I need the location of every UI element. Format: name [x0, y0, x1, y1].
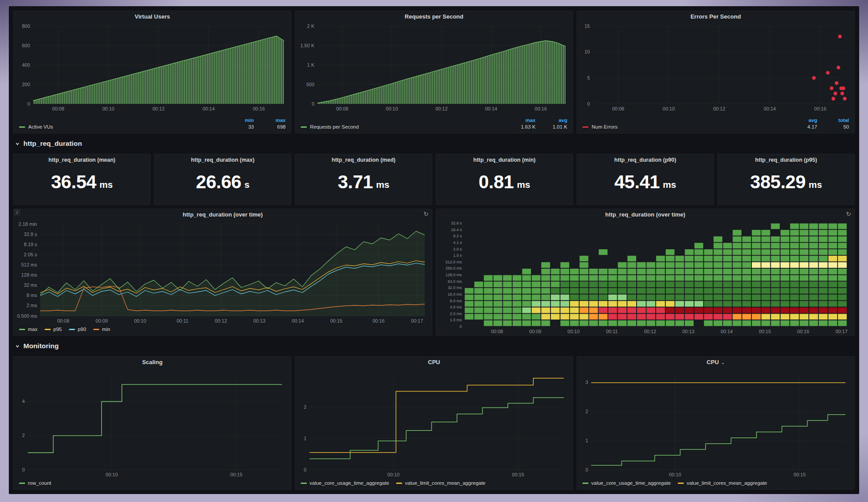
cpu-1-chart[interactable]: 01200:1000:15	[296, 368, 570, 479]
stat-value: 45.41 ms	[577, 166, 713, 205]
stat-panel-title[interactable]: http_req_duration (med)	[295, 154, 432, 166]
stat-panel-title[interactable]: http_req_duration (min)	[436, 154, 573, 166]
svg-text:128.0 ms: 128.0 ms	[445, 273, 462, 277]
svg-text:00:13: 00:13	[253, 318, 266, 323]
stat-panel-title[interactable]: http_req_duration (max)	[155, 154, 291, 166]
duration-heatmap-chart[interactable]: 32.8 s16.4 s8.2 s4.1 s2.0 s1.0 s512.0 ms…	[437, 221, 852, 335]
legend-item[interactable]: value_limit_cores_mean_aggregate	[678, 480, 767, 486]
stat-unit: ms	[376, 174, 389, 190]
legend-col-header: avg	[789, 118, 817, 123]
stat-panel: http_req_duration (p90) 45.41 ms	[577, 154, 714, 205]
legend-col-header: min	[226, 118, 254, 123]
panel-title-duration-lines[interactable]: http_req_duration (over time)	[14, 209, 432, 221]
svg-text:00:16: 00:16	[535, 106, 547, 111]
stat-value: 385.29 ms	[718, 166, 854, 205]
duration-lines-legend: max p95 p90 min	[14, 325, 432, 335]
svg-text:256.0 ms: 256.0 ms	[445, 266, 462, 270]
cpu-2-chart[interactable]: 012300:1000:15	[578, 368, 852, 479]
legend-series-num-errors[interactable]: Num Errors	[582, 124, 789, 129]
requests-legend: max avg Requests per Second 1.63 K 1.01 …	[295, 113, 573, 133]
stat-panel-title[interactable]: http_req_duration (mean)	[14, 154, 150, 166]
panel-title-requests[interactable]: Requests per Second	[295, 11, 573, 23]
legend-item[interactable]: value_core_usage_time_aggregate	[301, 480, 389, 486]
legend-item-label: p95	[53, 327, 62, 332]
chevron-down-icon	[15, 344, 20, 349]
series-swatch	[301, 126, 307, 128]
legend-item[interactable]: p95	[45, 327, 62, 332]
svg-text:512 ms: 512 ms	[21, 262, 38, 267]
legend-value-avg: 1.01 K	[536, 124, 567, 129]
panel-title-errors[interactable]: Errors Per Second	[577, 11, 854, 23]
series-swatch	[69, 329, 75, 330]
legend-series-label: Num Errors	[592, 124, 618, 129]
stat-panel-title[interactable]: http_req_duration (p90)	[577, 154, 713, 166]
svg-text:00:14: 00:14	[764, 106, 776, 111]
svg-text:1.0 ms: 1.0 ms	[450, 318, 462, 322]
row-header-http-req-duration[interactable]: http_req_duration	[13, 137, 855, 150]
svg-text:128 ms: 128 ms	[21, 272, 38, 278]
duration-lines-chart[interactable]: 0.500 ms2 ms8 ms32 ms128 ms512 ms2.05 s8…	[15, 221, 429, 325]
stat-unit: ms	[517, 174, 530, 190]
row-header-monitoring[interactable]: Monitoring	[13, 339, 855, 353]
svg-text:2.0 ms: 2.0 ms	[450, 312, 462, 316]
panel-title-duration-heatmap[interactable]: http_req_duration (over time)	[436, 209, 854, 221]
stat-value: 3.71 ms	[295, 166, 432, 205]
stat-panel: http_req_duration (med) 3.71 ms	[295, 154, 432, 205]
svg-text:0: 0	[312, 101, 314, 106]
svg-text:4: 4	[22, 399, 25, 404]
svg-text:00:10: 00:10	[386, 106, 398, 111]
legend-item[interactable]: min	[93, 327, 110, 332]
svg-text:00:12: 00:12	[435, 106, 448, 111]
legend-item[interactable]: p90	[69, 327, 86, 332]
svg-text:10: 10	[585, 49, 590, 54]
svg-text:1.0 s: 1.0 s	[453, 253, 462, 258]
series-swatch	[45, 329, 51, 330]
row-duration-charts: i ↻ http_req_duration (over time) 0.500 …	[13, 209, 855, 336]
legend-spacer	[301, 118, 507, 123]
duration-lines-chart-area: 0.500 ms2 ms8 ms32 ms128 ms512 ms2.05 s8…	[14, 221, 432, 325]
legend-value-total: 50	[817, 124, 849, 129]
requests-chart[interactable]: 05001 K1.50 K2 K00:0800:1000:1200:1400:1…	[296, 23, 570, 113]
scaling-chart-area: 02400:1000:15	[14, 368, 291, 479]
legend-series-requests[interactable]: Requests per Second	[301, 124, 507, 129]
series-swatch	[582, 126, 589, 128]
legend-item[interactable]: value_core_usage_time_aggregate	[582, 480, 671, 486]
panel-info-icon[interactable]: i	[14, 209, 20, 216]
errors-chart[interactable]: 05101500:0800:1000:1200:1400:16	[578, 23, 852, 113]
series-swatch	[19, 126, 25, 128]
legend-item-label: value_limit_cores_mean_aggregate	[405, 480, 485, 486]
svg-text:0: 0	[27, 101, 30, 106]
svg-text:00:12: 00:12	[215, 318, 227, 323]
svg-text:16.0 ms: 16.0 ms	[448, 292, 462, 297]
svg-text:2: 2	[585, 409, 588, 414]
row-monitoring-charts: Scaling 02400:1000:15 row_count CPU 0120…	[13, 356, 855, 490]
refresh-icon[interactable]: ↻	[423, 211, 429, 217]
virtual-users-legend: min max Active VUs 33 698	[14, 113, 291, 133]
svg-text:500: 500	[306, 82, 314, 87]
svg-text:8 ms: 8 ms	[26, 293, 37, 298]
refresh-icon[interactable]: ↻	[846, 211, 851, 217]
panel-title-virtual-users[interactable]: Virtual Users	[14, 11, 291, 23]
stat-panel-title[interactable]: http_req_duration (p95)	[718, 154, 854, 166]
svg-text:00:14: 00:14	[485, 106, 498, 111]
legend-col-header: max	[254, 118, 286, 123]
svg-text:00:10: 00:10	[663, 106, 675, 111]
legend-series-label: Requests per Second	[310, 124, 359, 129]
legend-item[interactable]: value_limit_cores_mean_aggregate	[396, 480, 485, 486]
legend-item[interactable]: max	[19, 327, 38, 332]
svg-text:1.50 K: 1.50 K	[300, 43, 314, 48]
legend-series-active-vus[interactable]: Active VUs	[19, 124, 226, 129]
panel-title-cpu-1[interactable]: CPU	[295, 357, 573, 368]
scaling-chart[interactable]: 02400:1000:15	[15, 368, 288, 479]
legend-item-label: value_limit_cores_mean_aggregate	[687, 480, 767, 486]
legend-col-header: total	[817, 118, 849, 123]
panel-title-scaling[interactable]: Scaling	[14, 357, 291, 368]
section-label: Monitoring	[23, 342, 59, 350]
panel-title-cpu-2[interactable]: CPU⌄	[577, 357, 854, 368]
legend-value-min: 33	[226, 124, 254, 129]
virtual-users-chart[interactable]: 020040060080000:0800:1000:1200:1400:16	[15, 23, 288, 113]
panel-cpu-1: CPU 01200:1000:15 value_core_usage_time_…	[295, 356, 573, 490]
legend-item[interactable]: row_count	[19, 480, 51, 486]
series-swatch	[582, 483, 589, 484]
stat-number: 26.66	[196, 173, 242, 191]
